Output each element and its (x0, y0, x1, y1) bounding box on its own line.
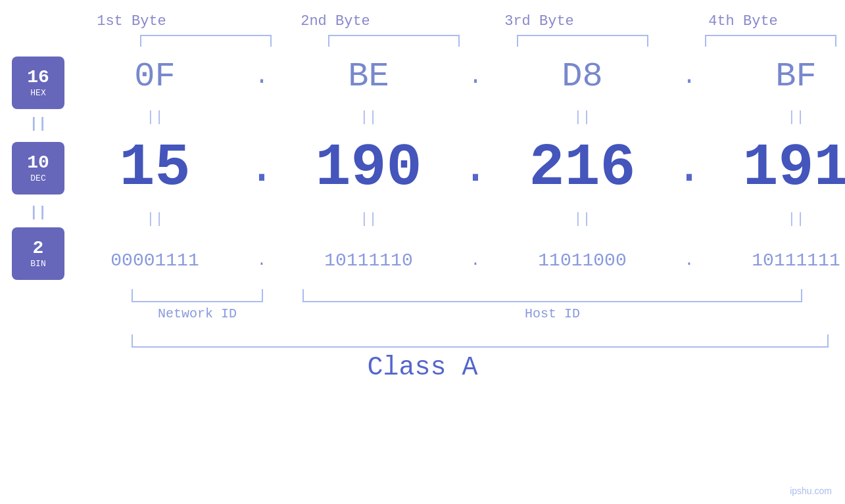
byte-label-3: 3rd Byte (449, 13, 630, 30)
dec-cell-2: 190 (278, 135, 459, 202)
hex-value-3: D8 (562, 57, 602, 96)
byte-label-2: 2nd Byte (245, 13, 426, 30)
sep-cell-2-1: || (64, 211, 245, 227)
bracket-spacer (263, 289, 302, 302)
dec-dot-3: . (673, 143, 706, 195)
bin-row: 00001111 . 10111110 . 11011000 . 1011111… (64, 234, 845, 286)
byte-label-4: 4th Byte (653, 13, 834, 30)
dec-badge: 10 DEC (12, 142, 64, 195)
network-id-bracket (132, 289, 263, 302)
dec-value-1: 15 (119, 135, 190, 202)
bin-badge: 2 BIN (12, 227, 64, 280)
badges-column: 16 HEX || 10 DEC || 2 (0, 50, 64, 286)
hex-cell-4: BF (706, 57, 845, 96)
hex-cell-3: D8 (492, 57, 673, 96)
dec-dot-2: . (459, 143, 492, 195)
dec-cell-3: 216 (492, 135, 673, 202)
bin-value-4: 10111111 (752, 250, 840, 271)
data-rows: 0F . BE . D8 . BF || (64, 50, 845, 286)
bin-dot-3: . (673, 252, 706, 269)
hex-value-2: BE (348, 57, 389, 96)
byte-label-1: 1st Byte (41, 13, 222, 30)
sep-cell-1-4: || (706, 109, 845, 126)
dec-value-2: 190 (315, 135, 422, 202)
main-container: 1st Byte 2nd Byte 3rd Byte 4th Byte 16 H… (0, 0, 845, 504)
badge-row-bin: 2 BIN (12, 227, 64, 280)
sep-cell-1-2: || (278, 109, 459, 126)
bin-value-3: 11011000 (538, 250, 626, 271)
bin-dot-2: . (459, 252, 492, 269)
sep-equals-2-4: || (787, 211, 804, 227)
hex-badge-number: 16 (27, 68, 49, 88)
hex-value-4: BF (775, 57, 816, 96)
bracket-top-2 (328, 35, 460, 47)
host-id-label: Host ID (302, 306, 802, 321)
id-labels: Network ID Host ID (132, 306, 829, 321)
bottom-bracket-section: Network ID Host ID Class A (0, 289, 845, 382)
sep-equals-1-4: || (787, 109, 804, 126)
dec-cell-1: 15 (64, 135, 245, 202)
watermark: ipshu.com (790, 486, 832, 496)
hex-badge: 16 HEX (12, 57, 64, 109)
hex-dot-2: . (459, 63, 492, 90)
bin-cell-3: 11011000 (492, 250, 673, 271)
dec-cell-4: 191 (706, 135, 845, 202)
byte-labels-row: 1st Byte 2nd Byte 3rd Byte 4th Byte (30, 0, 845, 30)
badge-row-hex: 16 HEX (12, 57, 64, 109)
badge-sep-1: || (30, 109, 47, 139)
class-label: Class A (0, 353, 845, 382)
sep-equals-2-3: || (573, 211, 591, 227)
dec-badge-number: 10 (27, 153, 49, 173)
sep-cell-2-3: || (492, 211, 673, 227)
equals-2: || (30, 204, 47, 221)
network-id-label: Network ID (132, 306, 263, 321)
hex-value-1: 0F (134, 57, 175, 96)
bin-dot-1: . (245, 252, 278, 269)
badge-sep-2: || (30, 198, 47, 227)
bin-value-1: 00001111 (110, 250, 199, 271)
sep-cell-2-4: || (706, 211, 845, 227)
id-label-spacer (263, 306, 302, 321)
sep-equals-1-3: || (573, 109, 591, 126)
sep-equals-2-2: || (360, 211, 377, 227)
dec-value-3: 216 (529, 135, 635, 202)
sep-row-1: || || || || (64, 103, 845, 132)
sep-equals-2-1: || (146, 211, 163, 227)
bin-badge-label: BIN (30, 259, 45, 269)
dec-row: 15 . 190 . 216 . 191 (64, 132, 845, 204)
hex-badge-label: HEX (30, 88, 45, 98)
sep-cell-1-1: || (64, 109, 245, 126)
hex-dot-3: . (673, 63, 706, 90)
bracket-top-3 (517, 35, 648, 47)
bin-cell-2: 10111110 (278, 250, 459, 271)
sep-cell-2-2: || (278, 211, 459, 227)
bracket-top-1 (140, 35, 272, 47)
bottom-brackets (132, 289, 829, 302)
sep-cell-1-3: || (492, 109, 673, 126)
dec-value-4: 191 (742, 135, 845, 202)
hex-dot-1: . (245, 63, 278, 90)
dec-dot-1: . (245, 143, 278, 195)
hex-cell-2: BE (278, 57, 459, 96)
bin-value-2: 10111110 (324, 250, 412, 271)
class-bracket (132, 334, 829, 348)
sep-equals-1-2: || (360, 109, 377, 126)
bin-cell-1: 00001111 (64, 250, 245, 271)
hex-row: 0F . BE . D8 . BF (64, 50, 845, 103)
equals-1: || (30, 116, 47, 132)
sep-equals-1-1: || (146, 109, 163, 126)
bracket-top-4 (705, 35, 836, 47)
top-brackets (140, 35, 837, 47)
bin-badge-number: 2 (33, 239, 44, 259)
bin-cell-4: 10111111 (706, 250, 845, 271)
dec-badge-label: DEC (30, 173, 45, 183)
host-id-bracket (302, 289, 802, 302)
badge-row-dec: 10 DEC (12, 139, 64, 198)
hex-cell-1: 0F (64, 57, 245, 96)
sep-row-2: || || || || (64, 204, 845, 234)
